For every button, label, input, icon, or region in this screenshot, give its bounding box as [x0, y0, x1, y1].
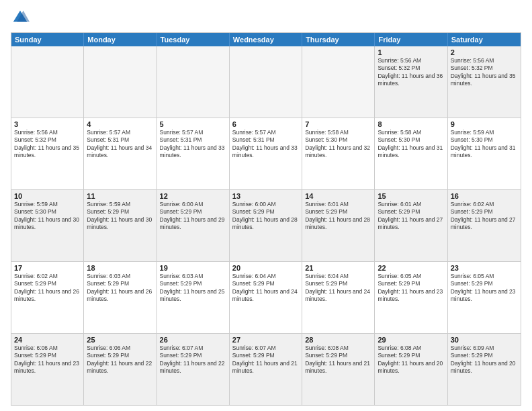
day-number: 15	[378, 192, 444, 200]
day-number: 9	[451, 120, 518, 128]
calendar-row-2: 10Sunrise: 5:59 AMSunset: 5:30 PMDayligh…	[11, 189, 521, 261]
day-number: 7	[305, 120, 371, 128]
day-number: 19	[160, 264, 226, 272]
day-number: 16	[451, 192, 518, 200]
calendar-cell-11: 11Sunrise: 5:59 AMSunset: 5:29 PMDayligh…	[84, 190, 157, 261]
calendar-cell-empty	[11, 46, 84, 118]
day-number: 10	[14, 192, 81, 200]
calendar-cell-16: 16Sunrise: 6:02 AMSunset: 5:29 PMDayligh…	[448, 190, 521, 261]
day-number: 4	[87, 120, 153, 128]
calendar-cell-4: 4Sunrise: 5:57 AMSunset: 5:31 PMDaylight…	[84, 118, 157, 189]
day-number: 18	[87, 264, 153, 272]
day-number: 1	[378, 48, 444, 56]
day-detail: Sunrise: 6:04 AMSunset: 5:29 PMDaylight:…	[305, 273, 371, 304]
day-number: 21	[305, 264, 371, 272]
calendar-cell-29: 29Sunrise: 6:08 AMSunset: 5:29 PMDayligh…	[375, 334, 447, 405]
day-number: 25	[87, 336, 153, 344]
day-detail: Sunrise: 6:05 AMSunset: 5:29 PMDaylight:…	[451, 273, 518, 304]
calendar-cell-empty	[84, 46, 157, 118]
header-day-tuesday: Tuesday	[157, 33, 230, 46]
header-day-thursday: Thursday	[302, 33, 375, 46]
logo-icon	[11, 8, 30, 27]
day-detail: Sunrise: 6:04 AMSunset: 5:29 PMDaylight:…	[232, 273, 299, 304]
calendar-cell-5: 5Sunrise: 5:57 AMSunset: 5:31 PMDaylight…	[157, 118, 230, 189]
calendar-cell-10: 10Sunrise: 5:59 AMSunset: 5:30 PMDayligh…	[11, 190, 84, 261]
calendar-row-0: 1Sunrise: 5:56 AMSunset: 5:32 PMDaylight…	[11, 46, 521, 118]
calendar-cell-24: 24Sunrise: 6:06 AMSunset: 5:29 PMDayligh…	[11, 334, 84, 405]
calendar-cell-9: 9Sunrise: 5:59 AMSunset: 5:30 PMDaylight…	[448, 118, 521, 189]
header-day-saturday: Saturday	[448, 33, 521, 46]
day-detail: Sunrise: 6:01 AMSunset: 5:29 PMDaylight:…	[378, 201, 444, 232]
calendar-cell-7: 7Sunrise: 5:58 AMSunset: 5:30 PMDaylight…	[302, 118, 375, 189]
day-detail: Sunrise: 5:59 AMSunset: 5:29 PMDaylight:…	[87, 201, 153, 232]
calendar-cell-27: 27Sunrise: 6:07 AMSunset: 5:29 PMDayligh…	[230, 334, 302, 405]
day-detail: Sunrise: 6:02 AMSunset: 5:29 PMDaylight:…	[451, 201, 518, 232]
header-day-sunday: Sunday	[11, 33, 84, 46]
calendar-cell-12: 12Sunrise: 6:00 AMSunset: 5:29 PMDayligh…	[157, 190, 230, 261]
calendar-cell-15: 15Sunrise: 6:01 AMSunset: 5:29 PMDayligh…	[375, 190, 447, 261]
day-number: 14	[305, 192, 371, 200]
day-number: 11	[87, 192, 153, 200]
calendar-cell-28: 28Sunrise: 6:08 AMSunset: 5:29 PMDayligh…	[302, 334, 375, 405]
day-number: 24	[14, 336, 81, 344]
calendar-cell-22: 22Sunrise: 6:05 AMSunset: 5:29 PMDayligh…	[375, 262, 447, 333]
calendar-cell-19: 19Sunrise: 6:03 AMSunset: 5:29 PMDayligh…	[157, 262, 230, 333]
calendar-cell-14: 14Sunrise: 6:01 AMSunset: 5:29 PMDayligh…	[302, 190, 375, 261]
calendar-cell-21: 21Sunrise: 6:04 AMSunset: 5:29 PMDayligh…	[302, 262, 375, 333]
day-detail: Sunrise: 5:59 AMSunset: 5:30 PMDaylight:…	[14, 201, 81, 232]
day-detail: Sunrise: 6:07 AMSunset: 5:29 PMDaylight:…	[232, 345, 299, 375]
calendar-cell-6: 6Sunrise: 5:57 AMSunset: 5:31 PMDaylight…	[230, 118, 302, 189]
calendar-cell-1: 1Sunrise: 5:56 AMSunset: 5:32 PMDaylight…	[375, 46, 447, 118]
day-number: 20	[232, 264, 299, 272]
calendar-cell-empty	[157, 46, 230, 118]
header	[11, 8, 521, 27]
day-detail: Sunrise: 5:58 AMSunset: 5:30 PMDaylight:…	[305, 129, 371, 160]
day-detail: Sunrise: 6:03 AMSunset: 5:29 PMDaylight:…	[87, 273, 153, 304]
calendar-cell-3: 3Sunrise: 5:56 AMSunset: 5:32 PMDaylight…	[11, 118, 84, 189]
calendar-cell-17: 17Sunrise: 6:02 AMSunset: 5:29 PMDayligh…	[11, 262, 84, 333]
calendar-row-4: 24Sunrise: 6:06 AMSunset: 5:29 PMDayligh…	[11, 333, 521, 405]
day-detail: Sunrise: 5:56 AMSunset: 5:32 PMDaylight:…	[378, 57, 444, 88]
calendar-cell-20: 20Sunrise: 6:04 AMSunset: 5:29 PMDayligh…	[230, 262, 302, 333]
day-number: 30	[451, 336, 518, 344]
day-number: 2	[451, 48, 518, 56]
day-detail: Sunrise: 5:57 AMSunset: 5:31 PMDaylight:…	[87, 129, 153, 160]
day-number: 8	[378, 120, 444, 128]
calendar-cell-13: 13Sunrise: 6:00 AMSunset: 5:29 PMDayligh…	[230, 190, 302, 261]
calendar-cell-18: 18Sunrise: 6:03 AMSunset: 5:29 PMDayligh…	[84, 262, 157, 333]
day-detail: Sunrise: 6:06 AMSunset: 5:29 PMDaylight:…	[87, 345, 153, 375]
day-number: 29	[378, 336, 444, 344]
day-detail: Sunrise: 6:05 AMSunset: 5:29 PMDaylight:…	[378, 273, 444, 304]
day-detail: Sunrise: 6:03 AMSunset: 5:29 PMDaylight:…	[160, 273, 226, 304]
day-detail: Sunrise: 5:57 AMSunset: 5:31 PMDaylight:…	[232, 129, 299, 160]
header-day-wednesday: Wednesday	[230, 33, 302, 46]
day-number: 26	[160, 336, 226, 344]
day-number: 6	[232, 120, 299, 128]
header-day-friday: Friday	[375, 33, 447, 46]
day-detail: Sunrise: 6:08 AMSunset: 5:29 PMDaylight:…	[305, 345, 371, 375]
calendar-row-3: 17Sunrise: 6:02 AMSunset: 5:29 PMDayligh…	[11, 261, 521, 333]
calendar-cell-2: 2Sunrise: 5:56 AMSunset: 5:32 PMDaylight…	[448, 46, 521, 118]
calendar-cell-8: 8Sunrise: 5:58 AMSunset: 5:30 PMDaylight…	[375, 118, 447, 189]
calendar-cell-26: 26Sunrise: 6:07 AMSunset: 5:29 PMDayligh…	[157, 334, 230, 405]
calendar-cell-empty	[302, 46, 375, 118]
day-detail: Sunrise: 6:00 AMSunset: 5:29 PMDaylight:…	[160, 201, 226, 232]
calendar-cell-25: 25Sunrise: 6:06 AMSunset: 5:29 PMDayligh…	[84, 334, 157, 405]
day-number: 28	[305, 336, 371, 344]
day-detail: Sunrise: 5:57 AMSunset: 5:31 PMDaylight:…	[160, 129, 226, 160]
day-detail: Sunrise: 5:58 AMSunset: 5:30 PMDaylight:…	[378, 129, 444, 160]
calendar-cell-23: 23Sunrise: 6:05 AMSunset: 5:29 PMDayligh…	[448, 262, 521, 333]
day-detail: Sunrise: 6:07 AMSunset: 5:29 PMDaylight:…	[160, 345, 226, 375]
day-detail: Sunrise: 6:06 AMSunset: 5:29 PMDaylight:…	[14, 345, 81, 375]
calendar-body: 1Sunrise: 5:56 AMSunset: 5:32 PMDaylight…	[11, 46, 521, 405]
day-detail: Sunrise: 6:09 AMSunset: 5:29 PMDaylight:…	[451, 345, 518, 375]
day-number: 27	[232, 336, 299, 344]
day-number: 3	[14, 120, 81, 128]
day-number: 12	[160, 192, 226, 200]
day-number: 17	[14, 264, 81, 272]
header-day-monday: Monday	[84, 33, 157, 46]
logo	[11, 8, 32, 27]
day-detail: Sunrise: 6:00 AMSunset: 5:29 PMDaylight:…	[232, 201, 299, 232]
day-number: 13	[232, 192, 299, 200]
day-number: 5	[160, 120, 226, 128]
